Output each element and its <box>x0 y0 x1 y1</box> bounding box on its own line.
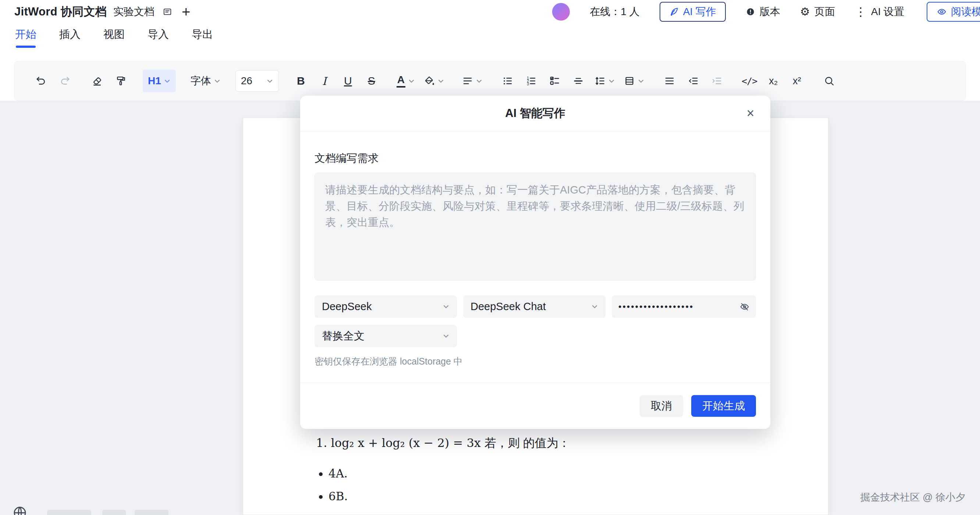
model-config-row: DeepSeek DeepSeek Chat •••••••••••••••••… <box>315 296 756 318</box>
chevron-down-icon <box>164 78 171 84</box>
italic-button[interactable]: I <box>314 70 335 92</box>
write-mode-row: 替换全文 <box>315 325 756 347</box>
justify-button[interactable] <box>659 70 680 92</box>
code-block-button[interactable]: </> <box>739 70 760 92</box>
tab-view[interactable]: 视图 <box>103 27 125 48</box>
undo-icon <box>36 75 47 86</box>
chevron-down-icon <box>476 78 483 84</box>
chevron-down-icon <box>442 303 450 310</box>
table-icon <box>624 75 635 86</box>
modal-title: AI 智能写作 <box>505 106 565 121</box>
quill-icon <box>669 7 679 17</box>
strikethrough-button[interactable]: S <box>361 70 382 92</box>
gear-icon: ⚙ <box>800 6 810 17</box>
heading-label: H1 <box>148 75 161 87</box>
fill-bucket-icon <box>424 75 435 86</box>
search-icon <box>824 75 835 86</box>
indent-button[interactable] <box>706 70 727 92</box>
app-title: JitWord 协同文档 <box>14 4 107 19</box>
page-settings-button[interactable]: ⚙ 页面 <box>800 5 835 19</box>
search-button[interactable] <box>819 70 840 92</box>
avatar[interactable] <box>552 3 570 21</box>
ai-settings-label: AI 设置 <box>871 5 904 19</box>
api-key-masked-value: •••••••••••••••••• <box>618 302 694 312</box>
statusbar-item <box>47 510 91 515</box>
question-line: 1. log₂ x + log₂ (x − 2) = 3x 若，则 的值为： <box>316 435 570 451</box>
divider-button[interactable] <box>568 70 589 92</box>
format-painter-button[interactable] <box>110 70 131 92</box>
topbar-right: 在线：1 人 AI 写作 版本 ⚙ 页面 ⋮ AI 设置 <box>552 2 904 22</box>
subscript-button[interactable]: x₂ <box>763 70 784 92</box>
highlight-color-dropdown[interactable] <box>421 70 447 92</box>
chevron-down-icon <box>638 78 644 84</box>
tab-insert[interactable]: 插入 <box>59 27 81 48</box>
panel-icon <box>162 7 172 17</box>
table-dropdown[interactable] <box>621 70 648 92</box>
justify-icon <box>664 75 675 86</box>
eye-off-icon[interactable] <box>740 302 749 312</box>
watermark: 掘金技术社区 @ 徐小夕 <box>861 491 965 504</box>
model-select[interactable]: DeepSeek Chat <box>463 296 606 318</box>
ordered-list-button[interactable]: 1 2 3 <box>521 70 541 92</box>
close-icon[interactable]: × <box>741 104 760 123</box>
requirement-textarea[interactable] <box>315 173 756 281</box>
underline-button[interactable]: U <box>338 70 358 92</box>
outline-panel-button[interactable] <box>162 7 172 17</box>
align-dropdown[interactable] <box>459 70 485 92</box>
statusbar-item <box>102 510 126 515</box>
font-size-value: 26 <box>241 75 252 87</box>
online-count: 在线：1 人 <box>590 5 640 19</box>
api-key-field[interactable]: •••••••••••••••••• <box>612 296 756 318</box>
horizontal-rule-icon <box>573 75 584 86</box>
clear-format-button[interactable] <box>87 70 107 92</box>
requirement-label: 文档编写需求 <box>315 151 756 166</box>
font-color-icon: A <box>396 75 406 87</box>
answer-options: 4A. 6B. <box>329 467 348 512</box>
ordered-list-icon: 1 2 3 <box>526 75 537 86</box>
line-spacing-dropdown[interactable] <box>592 70 618 92</box>
document-tab[interactable]: 实验文档 <box>113 5 154 19</box>
write-mode-select[interactable]: 替换全文 <box>315 325 457 347</box>
chevron-down-icon <box>408 78 415 84</box>
indent-icon <box>711 75 722 86</box>
tab-export[interactable]: 导出 <box>192 27 213 48</box>
read-mode-button[interactable]: 阅读模式 <box>927 2 980 22</box>
language-globe-icon[interactable] <box>13 505 27 515</box>
chevron-down-icon <box>442 332 450 340</box>
line-spacing-icon <box>595 75 606 86</box>
generate-button[interactable]: 开始生成 <box>691 395 756 417</box>
tab-import[interactable]: 导入 <box>148 27 169 48</box>
outdent-button[interactable] <box>683 70 703 92</box>
ai-writing-modal: AI 智能写作 × 文档编写需求 DeepSeek DeepSeek Chat … <box>300 95 770 429</box>
ai-settings-button[interactable]: ⋮ AI 设置 <box>855 5 904 19</box>
font-color-dropdown[interactable]: A <box>394 70 418 92</box>
font-size-dropdown[interactable]: 26 <box>235 70 279 92</box>
bold-button[interactable]: B <box>291 70 311 92</box>
outdent-icon <box>687 75 698 86</box>
redo-icon <box>59 75 70 86</box>
new-document-button[interactable]: + <box>182 5 190 19</box>
version-button[interactable]: 版本 <box>746 5 780 19</box>
format-painter-icon <box>115 75 126 86</box>
chevron-down-icon <box>214 78 221 84</box>
ai-write-button[interactable]: AI 写作 <box>660 2 726 22</box>
svg-text:3: 3 <box>527 82 529 86</box>
question-marker: 1. <box>316 436 328 450</box>
bullet-list-button[interactable] <box>497 70 518 92</box>
ribbon-tabs: 开始 插入 视图 导入 导出 <box>15 27 213 48</box>
cancel-button[interactable]: 取消 <box>640 395 683 417</box>
formatting-toolbar: H1 字体 26 B I U S A <box>14 61 966 101</box>
undo-button[interactable] <box>31 70 51 92</box>
tab-start[interactable]: 开始 <box>15 27 37 48</box>
heading-dropdown[interactable]: H1 <box>143 70 176 92</box>
task-list-button[interactable] <box>544 70 565 92</box>
font-family-dropdown[interactable]: 字体 <box>188 70 224 92</box>
bullet-list-icon <box>502 75 513 86</box>
provider-select[interactable]: DeepSeek <box>315 296 457 318</box>
align-left-icon <box>462 75 473 86</box>
superscript-button[interactable]: x² <box>786 70 807 92</box>
chevron-down-icon <box>591 303 598 310</box>
question-suffix: 若，则 的值为： <box>484 435 570 451</box>
redo-button[interactable] <box>54 70 75 92</box>
modal-body: 文档编写需求 DeepSeek DeepSeek Chat ••••••••••… <box>300 131 770 383</box>
